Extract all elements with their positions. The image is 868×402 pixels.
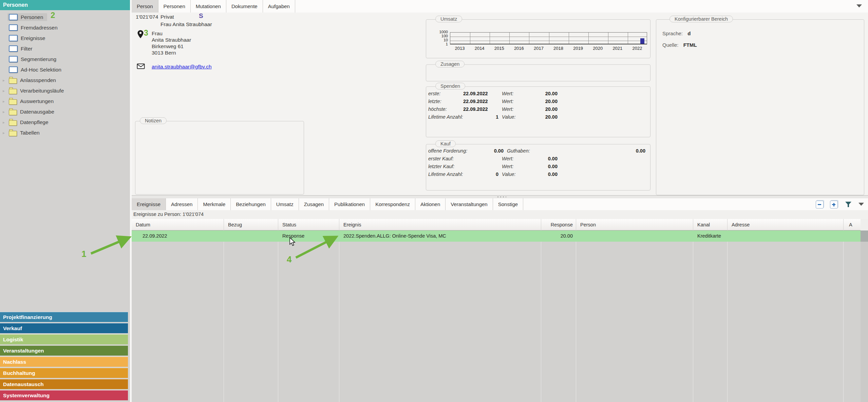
expand-arrow-icon[interactable]: ▸ — [0, 88, 7, 93]
tabbar-dropdown-icon[interactable] — [856, 4, 862, 7]
event-row-cell-kanal[interactable]: Kreditkarte — [693, 230, 728, 242]
module-bar-projektfinanzierung[interactable]: Projektfinanzierung — [0, 312, 128, 322]
chart-ytick: 100 — [428, 34, 448, 38]
person-flag: S — [199, 12, 203, 20]
sprache-label: Sprache: — [662, 31, 683, 36]
person-email-link[interactable]: anita.straubhaar@gfbv.ch — [152, 64, 212, 70]
sidebar-item-label: Fremdadressen — [21, 25, 58, 31]
sprache-row: Sprache: d — [662, 31, 691, 36]
scrollbar-thumb — [861, 230, 868, 242]
column-header-datum[interactable]: Datum — [132, 219, 224, 230]
context-line-bar: Ereignisse zu Person: 1'021'074 — [132, 210, 868, 219]
column-header-adresse[interactable]: Adresse — [728, 219, 844, 230]
subtab-sonstige[interactable]: Sonstige — [493, 198, 523, 210]
person-summary-name: Frau Anita Straubhaar — [161, 21, 212, 27]
event-row-cell-status[interactable]: Response — [278, 230, 339, 242]
column-header-ereignis[interactable]: Ereignis — [339, 219, 541, 230]
module-bar-logistik[interactable]: Logistik — [0, 334, 128, 344]
document-icon — [9, 14, 18, 20]
panel-splitter[interactable] — [132, 196, 868, 198]
sidebar-item-label: Ereignisse — [21, 35, 45, 41]
collapse-all-icon[interactable] — [816, 201, 824, 208]
column-header-a[interactable]: A — [844, 219, 861, 230]
chart-year-label: 2020 — [588, 46, 608, 51]
document-icon — [9, 45, 18, 52]
sidebar-item-verarbeitungsl-ufe[interactable]: ▸Verarbeitungsläufe — [0, 86, 130, 96]
expand-arrow-icon[interactable]: ▸ — [0, 109, 7, 114]
tab-aufgaben[interactable]: Aufgaben — [263, 0, 295, 13]
sprache-value: d — [687, 31, 691, 36]
sidebar-item-datenausgabe[interactable]: ▸Datenausgabe — [0, 107, 130, 117]
top-tab-bar: PersonPersonenMutationenDokumenteAufgabe… — [132, 0, 868, 13]
subtab-beziehungen[interactable]: Beziehungen — [231, 198, 271, 210]
expand-arrow-icon[interactable]: ▸ — [0, 120, 7, 125]
subtab-adressen[interactable]: Adressen — [166, 198, 198, 210]
subtab-veranstaltungen[interactable]: Veranstaltungen — [446, 198, 493, 210]
subtab-aktionen[interactable]: Aktionen — [415, 198, 446, 210]
spenden-box-label: Spenden — [435, 83, 465, 89]
subtab-umsatz[interactable]: Umsatz — [271, 198, 299, 210]
column-header-bezug[interactable]: Bezug — [224, 219, 278, 230]
event-row-cell-response[interactable]: 20.00 — [541, 230, 576, 242]
sidebar-item-ad-hoc-selektion[interactable]: Ad-Hoc Selektion — [0, 65, 130, 75]
expand-all-icon[interactable] — [830, 201, 838, 208]
module-bar-datenaustausch[interactable]: Datenaustausch — [0, 379, 128, 389]
expand-arrow-icon[interactable]: ▸ — [0, 99, 7, 104]
event-row-cell-ereignis[interactable]: 2022.Spenden.ALLG: Online-Spende Visa, M… — [339, 230, 541, 242]
event-row-cell-datum[interactable]: 22.09.2022 — [132, 230, 224, 242]
notizen-box[interactable] — [135, 121, 304, 195]
chart-year-label: 2013 — [450, 46, 470, 51]
column-header-person[interactable]: Person — [576, 219, 693, 230]
chart-bar-2022 — [640, 38, 644, 44]
sidebar-item-personen[interactable]: Personen — [0, 12, 130, 22]
module-bar-systemverwaltung[interactable]: Systemverwaltung — [0, 390, 128, 400]
sidebar-item-datenpflege[interactable]: ▸Datenpflege — [0, 117, 130, 127]
kauf-row: erster Kauf:Wert:0.00 — [428, 156, 578, 161]
column-header-status[interactable]: Status — [278, 219, 339, 230]
sidebar-item-tabellen[interactable]: ▸Tabellen — [0, 128, 130, 138]
table-dropdown-icon[interactable] — [858, 203, 864, 206]
module-bar-verkauf[interactable]: Verkauf — [0, 323, 128, 333]
table-scrollbar[interactable] — [861, 219, 868, 402]
tab-personen[interactable]: Personen — [158, 0, 191, 13]
sidebar-item-filter[interactable]: Filter — [0, 44, 130, 54]
filter-icon[interactable] — [845, 201, 852, 207]
location-pin-icon — [137, 30, 144, 39]
module-bar-veranstaltungen[interactable]: Veranstaltungen — [0, 345, 128, 356]
sidebar: Personen PersonenFremdadressenEreignisse… — [0, 0, 130, 402]
subtab-korrespondenz[interactable]: Korrespondenz — [370, 198, 415, 210]
module-bar-nachlass[interactable]: Nachlass — [0, 357, 128, 367]
chart-year-label: 2016 — [509, 46, 529, 51]
sidebar-item-fremdadressen[interactable]: Fremdadressen — [0, 23, 130, 33]
subtab-ereignisse[interactable]: Ereignisse — [132, 198, 166, 210]
column-header-response[interactable]: Response — [541, 219, 576, 230]
expand-arrow-icon[interactable]: ▸ — [0, 78, 7, 83]
tab-mutationen[interactable]: Mutationen — [191, 0, 226, 13]
zusagen-box-label: Zusagen — [435, 61, 465, 67]
address-line: Anita Straubhaar — [152, 37, 191, 43]
tab-dokumente[interactable]: Dokumente — [226, 0, 263, 13]
expand-arrow-icon[interactable]: ▸ — [0, 130, 7, 135]
mouse-cursor — [289, 237, 297, 246]
subtab-zusagen[interactable]: Zusagen — [299, 198, 329, 210]
sidebar-item-segmentierung[interactable]: Segmentierung — [0, 54, 130, 64]
application-window: Personen PersonenFremdadressenEreignisse… — [0, 0, 868, 402]
event-row-cell-bezug[interactable] — [224, 230, 278, 242]
tab-person[interactable]: Person — [132, 0, 158, 13]
sidebar-item-label: Auswertungen — [20, 98, 54, 104]
subtab-merkmale[interactable]: Merkmale — [198, 198, 231, 210]
module-bar-buchhaltung[interactable]: Buchhaltung — [0, 368, 128, 378]
column-header-kanal[interactable]: Kanal — [693, 219, 728, 230]
sidebar-item-auswertungen[interactable]: ▸Auswertungen — [0, 96, 130, 106]
event-row-cell-a[interactable] — [844, 230, 861, 242]
kauf-row: letzter Kauf:Wert:0.00 — [428, 164, 578, 169]
subtab-publikationen[interactable]: Publikationen — [329, 198, 370, 210]
sidebar-item-label: Ad-Hoc Selektion — [21, 67, 61, 73]
event-row-cell-adresse[interactable] — [728, 230, 844, 242]
sidebar-item-anlassspenden[interactable]: ▸Anlassspenden — [0, 75, 130, 85]
umsatz-box-label: Umsatz — [435, 16, 462, 22]
folder-icon — [9, 78, 17, 84]
event-row-cell-person[interactable] — [576, 230, 693, 242]
sidebar-item-ereignisse[interactable]: Ereignisse — [0, 33, 130, 43]
table-body-background — [132, 242, 861, 402]
